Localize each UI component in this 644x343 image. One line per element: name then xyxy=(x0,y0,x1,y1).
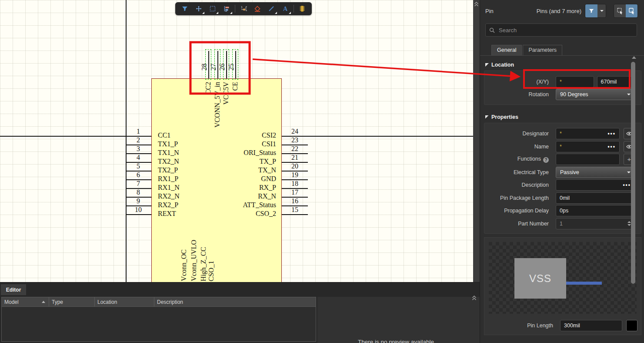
search-box[interactable] xyxy=(485,24,637,37)
spin-down-icon[interactable] xyxy=(627,224,631,226)
ellipsis-button[interactable]: ••• xyxy=(607,145,616,149)
pin-name: TX_N xyxy=(196,166,276,174)
description-field[interactable]: ••• xyxy=(556,179,635,191)
pin-name: RX1_N xyxy=(158,184,180,192)
pin[interactable] xyxy=(126,214,151,215)
name-label: Name xyxy=(484,144,549,150)
collapse-up-icon[interactable] xyxy=(474,1,479,7)
properties-group: Designator *••• Name *••• Functions? + E… xyxy=(484,123,641,234)
tab-editor[interactable]: Editor xyxy=(1,284,26,295)
part-tool-button[interactable] xyxy=(296,3,308,14)
pin-name: ORI_Status xyxy=(196,149,276,157)
pin-number: 24 xyxy=(284,128,306,135)
right-wire[interactable] xyxy=(308,136,473,137)
pin-name: GND xyxy=(196,175,276,183)
electrical-type-dropdown[interactable]: Passive xyxy=(556,167,635,178)
pin-package-length-field[interactable]: 0mil xyxy=(556,192,635,204)
designator-field[interactable]: *••• xyxy=(556,128,620,139)
xy-label: (X/Y) xyxy=(484,79,549,85)
ellipsis-button[interactable]: ••• xyxy=(623,183,631,187)
text-tool-button[interactable]: A xyxy=(279,3,291,14)
pin-color-swatch[interactable] xyxy=(626,320,637,331)
svg-text:A: A xyxy=(283,6,288,12)
toolbar-separator xyxy=(294,5,294,13)
pin-number: 10 xyxy=(127,206,150,214)
properties-panel: Pin Pins (and 7 more) xyxy=(480,0,644,343)
pin[interactable] xyxy=(282,214,308,215)
pin-name: REXT xyxy=(158,210,176,218)
filter-tool-button[interactable] xyxy=(179,3,191,14)
filter-button[interactable] xyxy=(585,4,597,17)
schematic-canvas[interactable]: 1CC12TX1_P3TX1_N4TX2_N5TX2_P6RX1_P7RX1_N… xyxy=(0,0,473,282)
panel-title: Pin xyxy=(485,8,494,14)
pin-tool-button[interactable]: 1 xyxy=(237,3,250,14)
align-tool-button[interactable] xyxy=(220,3,233,14)
pin-name: Vconn_OC xyxy=(180,249,187,281)
select-objects-icon xyxy=(617,7,624,14)
dropdown-corner-icon xyxy=(275,12,277,14)
no-erc-tool-button[interactable] xyxy=(251,3,264,14)
location-x-field[interactable]: * xyxy=(556,76,594,87)
pin-length-field[interactable]: 300mil xyxy=(560,320,622,331)
pin-name: RX_N xyxy=(196,192,276,200)
section-location[interactable]: Location xyxy=(485,62,644,68)
filter-button-group xyxy=(585,4,606,18)
pin-name: Vconn_UVLO xyxy=(190,240,197,281)
column-header-description[interactable]: Description xyxy=(154,297,316,306)
column-header-location[interactable]: Location xyxy=(94,297,154,306)
tab-general[interactable]: General xyxy=(491,45,522,55)
column-header-model[interactable]: Model xyxy=(2,297,49,306)
chevron-down-icon xyxy=(600,10,604,12)
pin-package-length-label: Pin Package Length xyxy=(484,195,549,201)
collapse-up-icon[interactable] xyxy=(471,295,477,301)
tab-parameters[interactable]: Parameters xyxy=(523,45,562,55)
left-wire[interactable] xyxy=(0,136,126,137)
help-icon[interactable]: ? xyxy=(543,157,549,163)
functions-label: Functions? xyxy=(484,156,549,163)
canvas-scroll-strip[interactable] xyxy=(473,0,480,282)
functions-field[interactable] xyxy=(556,154,620,165)
pin-name: TX_P xyxy=(196,158,276,165)
line-tool-button[interactable] xyxy=(265,3,277,14)
pin-name: TX1_N xyxy=(158,149,179,157)
rotation-dropdown[interactable]: 90 Degrees xyxy=(556,89,635,100)
pin-name: VCC5V xyxy=(223,82,230,104)
name-field[interactable]: *••• xyxy=(556,141,620,152)
part-number-label: Part Number xyxy=(484,221,549,227)
pin-name: CE xyxy=(232,82,239,91)
pin-number: 9 xyxy=(127,197,150,205)
spinner-control[interactable] xyxy=(627,221,631,226)
move-tool-button[interactable] xyxy=(193,3,205,14)
pin-number: 7 xyxy=(127,180,150,188)
pin-number: 2 xyxy=(127,136,150,144)
electrical-type-label: Electrical Type xyxy=(484,169,549,175)
section-properties[interactable]: Properties xyxy=(485,114,644,120)
scrollbar-up-arrow[interactable] xyxy=(632,56,636,59)
pin-name: ATT_Status xyxy=(196,201,276,209)
part-number-field[interactable]: 1 xyxy=(556,218,635,229)
select-area-tool-button[interactable] xyxy=(207,3,219,14)
pin-name: CC2 xyxy=(205,82,212,94)
select-inside-button[interactable] xyxy=(626,4,637,17)
scrollbar-thumb[interactable] xyxy=(631,62,635,284)
pin-name: TX1_P xyxy=(158,140,178,148)
ellipsis-button[interactable]: ••• xyxy=(607,131,616,136)
pin-number: 1 xyxy=(127,128,150,135)
pin-name: CSO_1 xyxy=(208,261,215,281)
dropdown-corner-icon xyxy=(230,12,232,14)
pin-name: CSI2 xyxy=(196,131,276,139)
location-y-field[interactable]: 670mil xyxy=(597,76,635,87)
pin-length-label: Pin Length xyxy=(489,323,553,329)
filter-dropdown-button[interactable] xyxy=(597,4,606,17)
select-mode-button-group xyxy=(614,4,638,18)
svg-text:1: 1 xyxy=(241,6,243,9)
propagation-delay-field[interactable]: 0ps xyxy=(556,205,635,216)
select-overlap-button[interactable] xyxy=(614,4,626,17)
model-table[interactable]: ModelTypeLocationDescription xyxy=(1,297,316,342)
pin-name: RX2_P xyxy=(158,201,178,209)
pin-preview: VSS xyxy=(489,242,637,314)
search-input[interactable] xyxy=(498,27,633,34)
spin-up-icon[interactable] xyxy=(627,221,631,223)
column-header-type[interactable]: Type xyxy=(49,297,94,306)
active-bar-toolbar: 1A xyxy=(175,2,312,15)
